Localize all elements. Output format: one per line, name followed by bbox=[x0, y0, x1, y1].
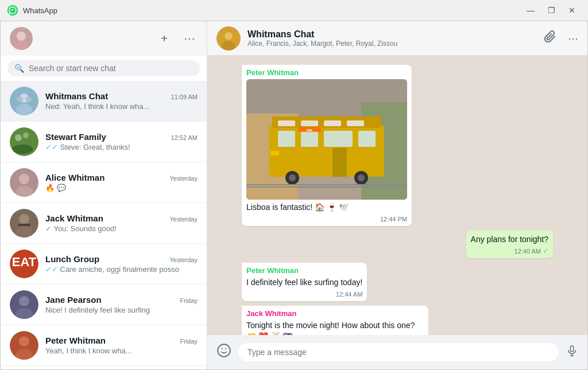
window-controls: — ❐ ✕ bbox=[521, 2, 581, 18]
chat-info: Jack Whitman Yesterday ✓ You: Sounds goo… bbox=[45, 213, 198, 233]
msg-check-icon: ✓ bbox=[543, 247, 548, 255]
msg-image: 28E bbox=[246, 79, 407, 200]
message-sent: Any plans for tonight? 12:40 AM ✓ bbox=[466, 231, 553, 259]
new-chat-button[interactable]: + bbox=[158, 30, 170, 48]
chat-name: Whitmans Chat bbox=[45, 91, 108, 101]
svg-point-8 bbox=[26, 96, 32, 102]
msg-text: Any plans for tonight? bbox=[471, 234, 548, 246]
msg-text: Tonight is the movie night! How about th… bbox=[246, 320, 424, 335]
emoji-button[interactable] bbox=[216, 343, 231, 361]
svg-rect-47 bbox=[324, 131, 353, 147]
message-input-wrap bbox=[238, 343, 559, 361]
input-bar bbox=[207, 335, 587, 369]
chat-time: Yesterday bbox=[169, 216, 198, 223]
svg-text:EAT: EAT bbox=[12, 255, 37, 269]
message-received-jack: Jack Whitman Tonight is the movie night!… bbox=[242, 306, 428, 335]
svg-point-10 bbox=[15, 134, 22, 141]
left-header-actions: + ⋯ bbox=[158, 29, 198, 48]
title-bar: WhatsApp — ❐ ✕ bbox=[0, 0, 588, 21]
chat-preview: Yeah, I think I know wha... bbox=[45, 346, 198, 355]
chat-time: 11:09 AM bbox=[171, 94, 198, 100]
msg-sender-name: Peter Whitman bbox=[246, 68, 407, 77]
svg-point-52 bbox=[289, 174, 296, 181]
read-check-icon: ✓✓ bbox=[45, 265, 58, 274]
svg-point-17 bbox=[19, 214, 29, 224]
chat-preview: ✓✓ Care amiche, oggi finalmente posso bbox=[45, 265, 198, 274]
search-bar: 🔍 bbox=[1, 56, 207, 81]
chat-info: Whitmans Chat 11:09 AM Ned: Yeah, I thin… bbox=[45, 91, 198, 111]
chat-avatar bbox=[10, 290, 38, 319]
msg-text: I definitely feel like surfing today! bbox=[246, 277, 362, 289]
whatsapp-logo-icon bbox=[7, 5, 18, 16]
svg-point-34 bbox=[222, 41, 235, 50]
chat-avatar bbox=[10, 209, 38, 237]
app-container: + ⋯ 🔍 bbox=[0, 21, 588, 370]
svg-point-14 bbox=[19, 174, 29, 184]
chat-name: Jack Whitman bbox=[45, 213, 103, 223]
right-panel: Whitmans Chat Alice, Francis, Jack, Marg… bbox=[207, 21, 587, 369]
msg-text: Lisboa is fantastic! 🏠 🍷 🕊️ bbox=[246, 202, 407, 213]
chat-header-avatar[interactable] bbox=[216, 26, 241, 50]
messages-area: Peter Whitman bbox=[207, 56, 587, 335]
chat-time: Friday bbox=[180, 297, 198, 304]
search-icon: 🔍 bbox=[14, 64, 24, 73]
chat-item-alice-whitman[interactable]: Alice Whitman Yesterday 🔥 💬 bbox=[1, 162, 207, 203]
chat-info: Lunch Group Yesterday ✓✓ Care amiche, og… bbox=[45, 254, 198, 274]
search-input[interactable] bbox=[29, 64, 193, 73]
svg-rect-50 bbox=[270, 151, 279, 155]
chat-menu-button[interactable]: ⋯ bbox=[568, 32, 578, 45]
svg-rect-45 bbox=[278, 131, 295, 147]
chat-item-peter-whitman[interactable]: Peter Whitman Friday Yeah, I think I kno… bbox=[1, 325, 207, 366]
chat-time: Yesterday bbox=[169, 175, 198, 182]
svg-rect-48 bbox=[358, 131, 376, 147]
chat-time: Friday bbox=[180, 338, 198, 345]
msg-footer: 12:40 AM ✓ bbox=[471, 247, 548, 255]
close-button[interactable]: ✕ bbox=[563, 2, 581, 18]
chat-preview: Ned: Yeah, I think I know wha... bbox=[45, 102, 198, 111]
svg-rect-44 bbox=[347, 120, 364, 126]
attach-button[interactable] bbox=[544, 30, 556, 46]
mic-button[interactable] bbox=[566, 345, 578, 360]
chat-item-jane-pearson[interactable]: Jane Pearson Friday Nice! I definitely f… bbox=[1, 285, 207, 325]
msg-footer: 12:44 PM bbox=[246, 216, 407, 223]
chat-name: Stewart Family bbox=[45, 132, 106, 142]
msg-time: 12:44 PM bbox=[380, 216, 407, 223]
chat-avatar bbox=[10, 127, 38, 156]
svg-point-12 bbox=[12, 145, 33, 154]
chat-name: Jane Pearson bbox=[45, 295, 102, 305]
svg-point-6 bbox=[16, 104, 32, 115]
svg-rect-41 bbox=[278, 120, 295, 126]
chat-header-actions: ⋯ bbox=[544, 30, 578, 46]
chat-preview: Nice! I definitely feel like surfing bbox=[45, 306, 198, 314]
svg-point-2 bbox=[17, 32, 26, 41]
chat-item-lunch-group[interactable]: EAT Lunch Group Yesterday ✓✓ Care amiche… bbox=[1, 244, 207, 285]
chat-preview: ✓ You: Sounds good! bbox=[45, 224, 198, 233]
chat-name: Peter Whitman bbox=[45, 336, 106, 345]
chat-avatar bbox=[10, 87, 38, 115]
chat-item-stewart-family-2[interactable]: Stewart Family Friday Steve: Great, than… bbox=[1, 366, 207, 369]
maximize-button[interactable]: ❐ bbox=[542, 2, 560, 18]
chat-list: Whitmans Chat 11:09 AM Ned: Yeah, I thin… bbox=[1, 81, 207, 369]
chat-avatar: EAT bbox=[10, 250, 38, 278]
chat-item-stewart-family[interactable]: Stewart Family 12:52 AM ✓✓ Steve: Great,… bbox=[1, 122, 207, 162]
chat-preview: 🔥 💬 bbox=[45, 184, 198, 192]
svg-point-7 bbox=[17, 96, 22, 102]
chat-info: Peter Whitman Friday Yeah, I think I kno… bbox=[45, 336, 198, 355]
chat-header-info[interactable]: Whitmans Chat Alice, Francis, Jack, Marg… bbox=[247, 29, 537, 48]
msg-time: 12:40 AM bbox=[514, 248, 541, 255]
svg-point-33 bbox=[225, 32, 232, 40]
read-check-icon: ✓✓ bbox=[45, 143, 58, 151]
chat-time: Yesterday bbox=[169, 256, 198, 263]
chat-item-whitmans-chat[interactable]: Whitmans Chat 11:09 AM Ned: Yeah, I thin… bbox=[1, 81, 207, 122]
chat-name: Lunch Group bbox=[45, 254, 99, 264]
msg-sender-name: Jack Whitman bbox=[246, 309, 424, 318]
msg-sender-name: Peter Whitman bbox=[246, 266, 362, 275]
message-input[interactable] bbox=[247, 348, 550, 357]
chat-item-jack-whitman[interactable]: Jack Whitman Yesterday ✓ You: Sounds goo… bbox=[1, 203, 207, 244]
chat-header-name: Whitmans Chat bbox=[247, 29, 537, 40]
user-avatar[interactable] bbox=[10, 27, 33, 50]
minimize-button[interactable]: — bbox=[521, 2, 540, 18]
menu-button[interactable]: ⋯ bbox=[181, 29, 198, 48]
sent-check-icon: ✓ bbox=[45, 224, 52, 233]
svg-point-26 bbox=[19, 336, 29, 346]
